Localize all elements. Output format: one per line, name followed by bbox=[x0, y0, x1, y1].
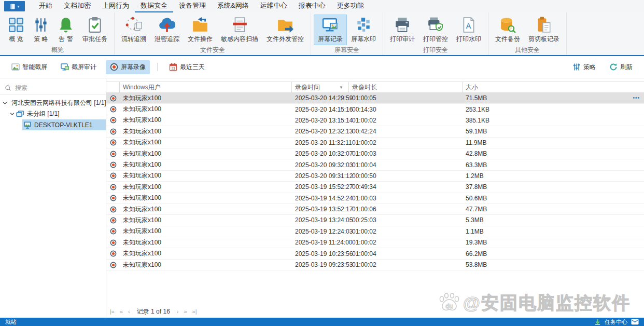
table-row[interactable]: 未知玩家x1002025-03-20 10:32:0701:00:0342.8M… bbox=[106, 148, 644, 159]
table-row[interactable]: 未知玩家x1002025-03-19 11:24:0001:00:0219.3M… bbox=[106, 237, 644, 248]
app-menu-button[interactable]: ▾ bbox=[4, 1, 25, 11]
ribbon-item[interactable]: A打印水印 bbox=[452, 15, 485, 45]
tree-node[interactable]: 河北安固云网络科技有限公司 [1/1] bbox=[0, 98, 106, 108]
cell-user: 未知玩家x100 bbox=[120, 216, 292, 225]
cell-time: 2025-03-19 12:24:03 bbox=[292, 228, 349, 235]
ribbon-group-label: 概览 bbox=[1, 45, 114, 57]
table-row[interactable]: 未知玩家x1002025-03-19 09:23:5301:00:0253.8M… bbox=[106, 260, 644, 270]
toolbar-button[interactable]: 屏幕录像 bbox=[106, 60, 150, 74]
ribbon-item-label: 概 览 bbox=[9, 35, 23, 44]
ribbon-item[interactable]: 打印管控 bbox=[419, 15, 452, 45]
cell-duration: 01:00:04 bbox=[349, 161, 463, 169]
table-row[interactable]: 未知玩家x1002025-03-19 14:52:2401:00:0350.6M… bbox=[106, 193, 644, 204]
computer-icon bbox=[23, 121, 32, 129]
table-row[interactable]: 未知玩家x1002025-03-19 12:24:0301:00:021.1MB bbox=[106, 226, 644, 237]
menu-tab-7[interactable]: 报表中心 bbox=[293, 0, 331, 12]
table-row[interactable]: 未知玩家x1002025-03-20 14:15:1600:14:30253.1… bbox=[106, 104, 644, 115]
table-row[interactable]: 未知玩家x1002025-03-20 14:29:5901:00:0571.5M… bbox=[106, 93, 644, 104]
cell-size: 53.8MB bbox=[463, 261, 644, 268]
cell-size: 50.6MB bbox=[463, 195, 644, 202]
table-row[interactable]: 未知玩家x1002025-03-20 09:31:1200:00:501.2MB bbox=[106, 171, 644, 182]
column-header[interactable]: Windows用户 bbox=[120, 82, 292, 92]
ribbon-item[interactable]: 敏感内容扫描 bbox=[217, 15, 262, 45]
record-icon bbox=[110, 217, 117, 224]
ribbon-item[interactable]: 概 览 bbox=[4, 15, 29, 45]
svg-text:A: A bbox=[466, 21, 471, 30]
ribbon-item[interactable]: 文件操作 bbox=[184, 15, 217, 45]
table-row[interactable]: 未知玩家x1002025-03-19 15:52:2700:49:3437.8M… bbox=[106, 182, 644, 193]
table-row[interactable]: 未知玩家x1002025-03-20 13:15:1401:00:02385.1… bbox=[106, 115, 644, 126]
menu-tab-2[interactable]: 上网行为 bbox=[96, 0, 135, 12]
toolbar-button[interactable]: 策略 bbox=[568, 60, 600, 74]
more-actions-button[interactable]: ••• bbox=[633, 95, 640, 101]
record-icon bbox=[110, 239, 117, 246]
cell-size: 42.8MB bbox=[463, 150, 644, 157]
record-icon bbox=[110, 250, 117, 257]
statusbar: 就绪 任务中心 bbox=[0, 318, 644, 326]
first-page-icon[interactable]: |« bbox=[108, 308, 116, 315]
ribbon-item[interactable]: 文件外发管控 bbox=[262, 15, 308, 45]
tree-node[interactable]: 未分组 [1/1] bbox=[0, 108, 106, 119]
cell-duration: 01:00:06 bbox=[349, 206, 463, 213]
ribbon-item[interactable]: 屏幕记录 bbox=[314, 15, 347, 45]
table-body: 未知玩家x1002025-03-20 14:29:5901:00:0571.5M… bbox=[106, 93, 644, 271]
prev-page-icon[interactable]: ‹ bbox=[127, 308, 132, 315]
ribbon-item-label: 策 略 bbox=[34, 35, 48, 44]
fast-prev-icon[interactable]: « bbox=[118, 308, 124, 315]
mail-icon[interactable] bbox=[631, 319, 639, 325]
task-center-button[interactable]: 任务中心 bbox=[605, 318, 627, 326]
menu-tab-6[interactable]: 运维中心 bbox=[255, 0, 293, 12]
ribbon-group: 概 览策 略告 警审批任务概览 bbox=[1, 12, 115, 55]
menu-tab-1[interactable]: 文档加密 bbox=[58, 0, 96, 12]
column-header[interactable]: 录像时长 bbox=[349, 82, 463, 92]
table-row[interactable]: 未知玩家x1002025-03-20 12:32:1300:42:2459.1M… bbox=[106, 126, 644, 137]
toolbar-button[interactable]: 23最近三天 bbox=[165, 60, 209, 74]
menu-book-icon bbox=[9, 3, 16, 10]
menu-tab-3[interactable]: 数据安全 bbox=[135, 0, 173, 12]
printer-shield-icon bbox=[427, 17, 444, 33]
ribbon-item[interactable]: 剪切板记录 bbox=[524, 15, 564, 45]
column-header[interactable]: 录像时间▼ bbox=[292, 82, 349, 92]
cell-size: 59.1MB bbox=[463, 128, 644, 135]
ribbon-group: 文件备份剪切板记录其他安全 bbox=[488, 12, 567, 55]
ribbon-item[interactable]: 策 略 bbox=[29, 15, 53, 45]
ribbon-item[interactable]: 告 警 bbox=[53, 15, 78, 45]
ribbon-group-label: 文件安全 bbox=[115, 45, 311, 57]
fast-next-icon[interactable]: » bbox=[182, 308, 188, 315]
ribbon-group: 打印审计打印管控A打印水印打印安全 bbox=[383, 12, 488, 55]
toolbar-button[interactable]: 截屏审计 bbox=[57, 60, 101, 74]
cell-user: 未知玩家x100 bbox=[120, 227, 292, 236]
smart-capture-icon bbox=[11, 63, 20, 71]
tree-node[interactable]: DESKTOP-VLKTLE1 bbox=[0, 119, 106, 130]
download-icon[interactable] bbox=[594, 319, 601, 325]
cell-duration: 01:00:02 bbox=[349, 239, 463, 246]
menu-tab-4[interactable]: 设备管理 bbox=[173, 0, 212, 12]
toolbar-button[interactable]: 智能截屏 bbox=[7, 60, 51, 74]
ribbon-item[interactable]: 屏幕水印 bbox=[347, 15, 380, 45]
table-row[interactable]: 未知玩家x1002025-03-19 13:52:1701:00:0647.7M… bbox=[106, 204, 644, 215]
table-row[interactable]: 未知玩家x1002025-03-20 09:32:0301:00:0463.3M… bbox=[106, 159, 644, 170]
ribbon-item-label: 文件备份 bbox=[495, 35, 520, 44]
search-input[interactable]: 搜索 bbox=[0, 82, 106, 95]
next-page-icon[interactable]: › bbox=[175, 308, 180, 315]
ribbon-item[interactable]: 流转追溯 bbox=[117, 15, 150, 45]
menu-tab-5[interactable]: 系统&网络 bbox=[212, 0, 255, 12]
column-header[interactable] bbox=[106, 82, 120, 92]
table-row[interactable]: 未知玩家x1002025-03-20 11:32:1101:00:0211.9M… bbox=[106, 138, 644, 148]
ribbon-item[interactable]: 打印审计 bbox=[386, 15, 419, 45]
last-page-icon[interactable]: »| bbox=[191, 308, 199, 315]
toolbar-button[interactable]: 刷新 bbox=[605, 60, 637, 74]
ribbon-item[interactable]: 审批任务 bbox=[78, 15, 111, 45]
column-header[interactable]: 大小 bbox=[463, 82, 644, 92]
menu-tab-8[interactable]: 更多功能 bbox=[331, 0, 370, 12]
cell-time: 2025-03-19 11:24:00 bbox=[292, 239, 349, 246]
ribbon-item[interactable]: 泄密追踪 bbox=[150, 15, 184, 45]
table-row[interactable]: 未知玩家x1002025-03-19 13:24:0500:25:035.3MB bbox=[106, 215, 644, 226]
cell-time: 2025-03-19 13:24:05 bbox=[292, 216, 349, 224]
ribbon-item[interactable]: 文件备份 bbox=[491, 15, 524, 45]
menu-tab-0[interactable]: 开始 bbox=[33, 0, 58, 12]
ribbon-item-label: 打印审计 bbox=[390, 35, 415, 44]
cell-duration: 00:49:34 bbox=[349, 183, 463, 191]
menu-tabs: 开始文档加密上网行为数据安全设备管理系统&网络运维中心报表中心更多功能 bbox=[33, 0, 370, 12]
table-row[interactable]: 未知玩家x1002025-03-19 10:23:5601:00:0466.2M… bbox=[106, 248, 644, 259]
